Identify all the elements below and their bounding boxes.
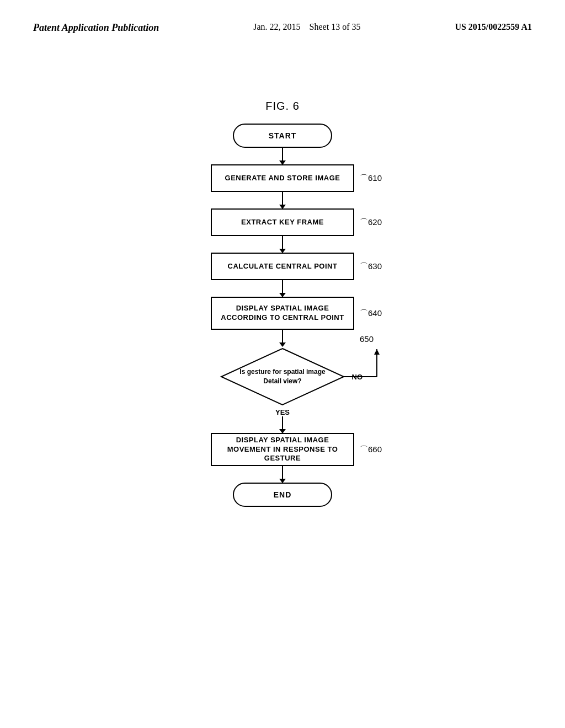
flowchart: START GENERATE AND STORE IMAGE ⌒610 EXTR… [0,124,565,507]
decision-650: Is gesture for spatial image Detail view… [219,346,346,407]
label-660: ⌒660 [360,445,382,455]
yes-label: YES [275,408,290,416]
publication-title: Patent Application Publication [33,22,159,34]
connector-3 [282,236,283,253]
process-640: DISPLAY SPATIAL IMAGEACCORDING TO CENTRA… [211,297,354,330]
connector-4 [282,280,283,297]
step-650-section: 650 Is gesture for spatial image Detail … [219,346,346,433]
step-640-row: DISPLAY SPATIAL IMAGEACCORDING TO CENTRA… [211,297,354,330]
end-terminal: END [233,483,332,507]
connector-7 [282,466,283,483]
label-650: 650 [360,334,374,344]
step-610: GENERATE AND STORE IMAGE ⌒610 [211,164,354,192]
start-terminal: START [233,124,332,148]
process-660: DISPLAY SPATIAL IMAGEMOVEMENT IN RESPONS… [211,433,354,466]
label-640: ⌒640 [360,308,382,319]
step-620: EXTRACT KEY FRAME ⌒620 [211,208,354,236]
process-630: CALCULATE CENTRAL POINT [211,253,354,280]
svg-marker-3 [374,349,380,355]
page-header: Patent Application Publication Jan. 22, … [0,0,565,34]
step-660-row: DISPLAY SPATIAL IMAGEMOVEMENT IN RESPONS… [211,433,354,466]
step-610-row: GENERATE AND STORE IMAGE ⌒610 [211,164,354,192]
connector-2 [282,192,283,208]
end-node: END [233,483,332,507]
connector-6 [282,416,283,433]
step-620-row: EXTRACT KEY FRAME ⌒620 [211,208,354,236]
label-610: ⌒610 [360,173,382,184]
label-620: ⌒620 [360,217,382,228]
connector-5 [282,330,283,346]
process-620: EXTRACT KEY FRAME [211,208,354,236]
figure-title: FIG. 6 [0,100,565,113]
publication-date: Jan. 22, 2015 Sheet 13 of 35 [253,22,360,32]
connector-1 [282,148,283,164]
label-630: ⌒630 [360,261,382,272]
step-640: DISPLAY SPATIAL IMAGEACCORDING TO CENTRA… [211,297,354,330]
publication-number: US 2015/0022559 A1 [455,22,532,32]
start-node: START [233,124,332,148]
step-630: CALCULATE CENTRAL POINT ⌒630 [211,253,354,280]
step-630-row: CALCULATE CENTRAL POINT ⌒630 [211,253,354,280]
process-610: GENERATE AND STORE IMAGE [211,164,354,192]
step-660: DISPLAY SPATIAL IMAGEMOVEMENT IN RESPONS… [211,433,354,466]
